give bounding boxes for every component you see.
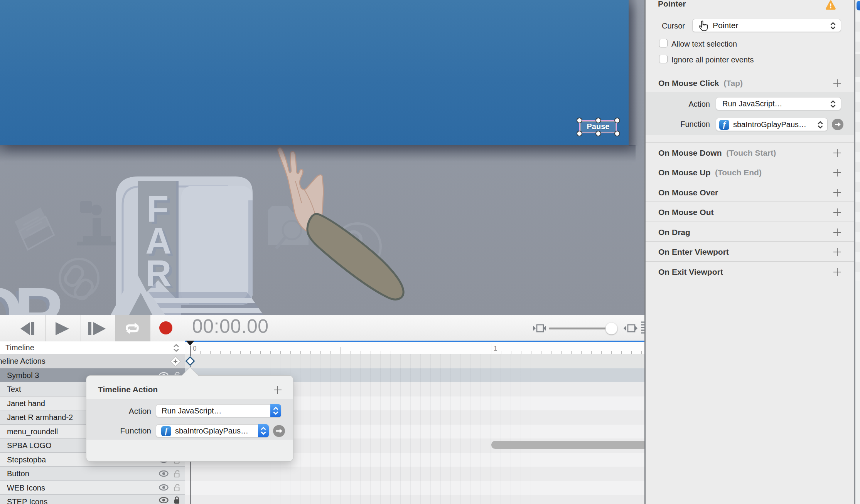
svg-text:R: R <box>145 252 171 294</box>
svg-text:O: O <box>0 272 23 315</box>
